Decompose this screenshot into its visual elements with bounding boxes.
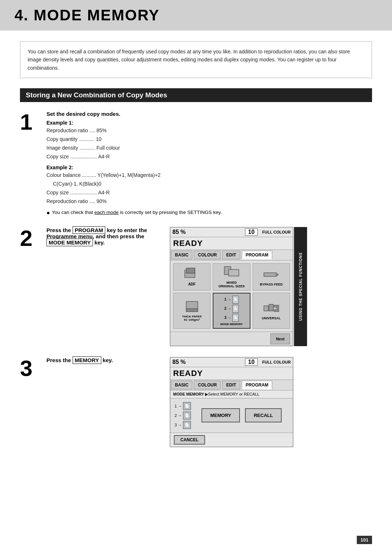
screen-colour-2: FULL COLOUR bbox=[262, 360, 291, 364]
example-1-label: Example 1: bbox=[46, 120, 372, 126]
step-2-text: Press the PROGRAM key to enter the Progr… bbox=[46, 227, 163, 250]
tab-colour-1[interactable]: COLOUR bbox=[194, 251, 221, 259]
example-2-content: Colour balance .......... Y(Yellow)+1, M… bbox=[46, 171, 372, 206]
memory-button[interactable]: MEMORY bbox=[201, 408, 240, 422]
select-label: ▶Select MEMORY or RECALL bbox=[205, 392, 259, 396]
intro-box: You can store and recall a combination o… bbox=[20, 41, 372, 78]
sidebar-tab: USING THE SPECIAL FUNCTIONS bbox=[294, 227, 307, 346]
recall-button[interactable]: RECALL bbox=[245, 408, 282, 422]
step-1-number: 1 bbox=[20, 111, 40, 216]
step-3-screen: 85 % 10 FULL COLOUR READY BASIC COLOUR E… bbox=[163, 357, 293, 447]
screen-status-bar-2: 85 % 10 FULL COLOUR bbox=[170, 357, 293, 367]
screen-panel-2: 85 % 10 FULL COLOUR READY BASIC COLOUR E… bbox=[170, 357, 293, 447]
intro-text: You can store and recall a combination o… bbox=[28, 49, 350, 71]
mode-memory-label: MODE MEMORY bbox=[173, 392, 204, 396]
tab-basic-2[interactable]: BASIC bbox=[171, 381, 192, 389]
example-1-content: Reproduction ratio .... 85% Copy quantit… bbox=[46, 126, 372, 161]
svg-rect-7 bbox=[186, 301, 198, 309]
tab-basic-1[interactable]: BASIC bbox=[171, 251, 192, 259]
mem-slot-2-icon: 📄 bbox=[183, 412, 191, 420]
step-3: 3 Press the MEMORY key. 85 % 10 FULL COL… bbox=[20, 357, 372, 447]
tab-edit-1[interactable]: EDIT bbox=[222, 251, 240, 259]
screen-icons-grid-1: ADF MIXEDORIGINAL SIZES bbox=[170, 260, 293, 332]
screen-qty-1: 10 bbox=[245, 228, 258, 236]
icon-mixed-label: MIXEDORIGINAL SIZES bbox=[219, 281, 245, 288]
step-1-content: Set the desired copy modes. Example 1: R… bbox=[46, 111, 372, 216]
bullet-note: ● You can check that each mode is correc… bbox=[46, 210, 372, 216]
step-2-title: Press the PROGRAM key to enter the Progr… bbox=[46, 227, 158, 246]
mem-recall-btns: MEMORY RECALL bbox=[195, 408, 289, 422]
modememory-icon: 1→📄 2→📄 3→📄 bbox=[224, 296, 239, 322]
svg-rect-10 bbox=[269, 304, 273, 311]
page-number: 101 bbox=[357, 536, 372, 544]
cancel-button[interactable]: CANCEL bbox=[174, 435, 205, 445]
icon-thick-label: THICK PAPER91~105g/m² bbox=[182, 315, 202, 321]
icon-modememory-label: MODE MEMORY bbox=[220, 323, 243, 326]
example-2-label: Example 2: bbox=[46, 165, 372, 170]
memory-icon-col: 1→ 📄 2→ 📄 3→ 📄 bbox=[175, 402, 191, 429]
step-3-title: Press the MEMORY key. bbox=[46, 357, 158, 363]
screen-status-bar-1: 85 % 10 FULL COLOUR bbox=[170, 227, 293, 237]
next-button[interactable]: Next bbox=[270, 333, 290, 344]
screen-ratio-1: 85 % bbox=[172, 229, 185, 235]
step-1: 1 Set the desired copy modes. Example 1:… bbox=[20, 111, 372, 216]
svg-rect-4 bbox=[229, 270, 239, 276]
svg-marker-6 bbox=[276, 273, 279, 276]
tab-colour-2[interactable]: COLOUR bbox=[194, 381, 221, 389]
step-3-left: 3 Press the MEMORY key. bbox=[20, 357, 163, 380]
screen-panel-1: 85 % 10 FULL COLOUR READY BASIC COLOUR E… bbox=[170, 227, 293, 346]
icon-universal-label: UNIVERSAL bbox=[262, 316, 281, 320]
screen-ready-2: READY bbox=[170, 367, 293, 380]
icon-adf[interactable]: ADF bbox=[173, 263, 211, 291]
svg-rect-8 bbox=[186, 309, 198, 312]
step-1-title: Set the desired copy modes. bbox=[46, 111, 372, 117]
icon-bypass-label: BYPASS FEED bbox=[260, 283, 283, 286]
tab-program-2[interactable]: PROGRAM bbox=[242, 381, 273, 389]
mem-slot-1-icon: 📄 bbox=[183, 402, 191, 410]
icon-mixed[interactable]: MIXEDORIGINAL SIZES bbox=[213, 263, 250, 291]
page-title: 4. MODE MEMORY bbox=[15, 7, 377, 24]
icon-bypass[interactable]: BYPASS FEED bbox=[253, 263, 290, 291]
mem-slot-3-icon: 📄 bbox=[183, 421, 191, 429]
step-3-number: 3 bbox=[20, 357, 40, 380]
screen-qty-2: 10 bbox=[245, 358, 258, 366]
svg-rect-1 bbox=[186, 268, 195, 273]
screen-tab-row-2: BASIC COLOUR EDIT PROGRAM bbox=[170, 380, 293, 390]
step-2-left: 2 Press the PROGRAM key to enter the Pro… bbox=[20, 227, 163, 250]
next-btn-row: Next bbox=[170, 332, 293, 346]
page-title-bar: 4. MODE MEMORY bbox=[0, 0, 392, 31]
screen-tab-row-1: BASIC COLOUR EDIT PROGRAM bbox=[170, 250, 293, 260]
screen-mode-memory-row: MODE MEMORY ▶Select MEMORY or RECALL bbox=[170, 390, 293, 398]
svg-rect-9 bbox=[264, 306, 268, 311]
screen-memory-buttons: 1→ 📄 2→ 📄 3→ 📄 MEMORY bbox=[170, 398, 293, 433]
step-2: 2 Press the PROGRAM key to enter the Pro… bbox=[20, 227, 372, 346]
svg-marker-11 bbox=[274, 305, 279, 312]
step-2-screen: 85 % 10 FULL COLOUR READY BASIC COLOUR E… bbox=[163, 227, 293, 346]
step-2-number: 2 bbox=[20, 227, 40, 250]
step-3-text: Press the MEMORY key. bbox=[46, 357, 163, 380]
icon-thick[interactable]: THICK PAPER91~105g/m² bbox=[173, 293, 211, 329]
svg-rect-5 bbox=[264, 273, 276, 276]
section-heading: Storing a New Combination of Copy Modes bbox=[20, 88, 372, 102]
tab-edit-2[interactable]: EDIT bbox=[222, 381, 240, 389]
icon-adf-label: ADF bbox=[188, 282, 196, 286]
screen-ready-1: READY bbox=[170, 237, 293, 250]
icon-modememory[interactable]: 1→📄 2→📄 3→📄 MODE MEMORY bbox=[213, 293, 250, 329]
screen-cancel-row: CANCEL bbox=[170, 433, 293, 447]
screen-colour-1: FULL COLOUR bbox=[262, 230, 291, 234]
screen-ratio-2: 85 % bbox=[172, 359, 185, 365]
icon-universal[interactable]: UNIVERSAL bbox=[253, 293, 290, 329]
tab-program-1[interactable]: PROGRAM bbox=[242, 251, 273, 259]
